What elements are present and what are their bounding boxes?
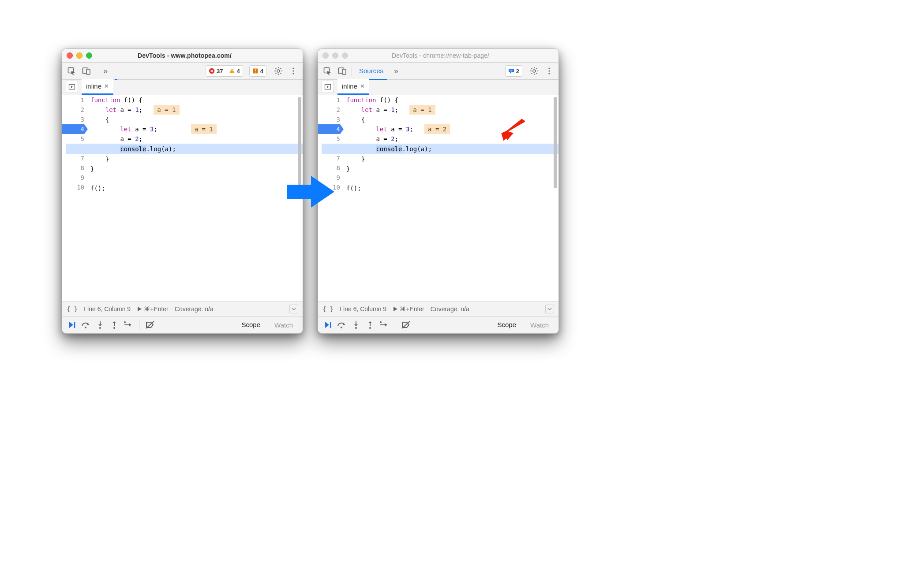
minimize-window-icon[interactable] bbox=[332, 52, 338, 59]
scope-tab[interactable]: Scope bbox=[236, 316, 266, 334]
code-line[interactable]: console.log(a); bbox=[66, 144, 303, 154]
run-snippet[interactable]: ⌘+Enter bbox=[393, 305, 424, 313]
inspect-element-icon[interactable] bbox=[66, 65, 77, 77]
console-counters[interactable]: 37 4 bbox=[206, 65, 243, 77]
code-editor[interactable]: 12345678910 function f() { let a = 1; a … bbox=[318, 95, 558, 301]
code-line[interactable]: console.log(a); bbox=[322, 144, 558, 154]
traffic-lights[interactable] bbox=[322, 52, 348, 59]
line-number[interactable]: 8 bbox=[62, 163, 84, 173]
deactivate-breakpoints-icon[interactable] bbox=[401, 320, 411, 330]
svg-line-15 bbox=[280, 73, 281, 74]
code-line[interactable] bbox=[346, 174, 558, 183]
code-line[interactable]: } bbox=[346, 154, 558, 164]
traffic-lights[interactable] bbox=[67, 52, 92, 59]
kebab-menu-icon[interactable] bbox=[543, 65, 555, 77]
inspect-element-icon[interactable] bbox=[322, 65, 333, 77]
step-over-icon[interactable] bbox=[81, 320, 91, 330]
issues-count: 2 bbox=[516, 68, 519, 74]
line-number[interactable]: 8 bbox=[318, 163, 340, 173]
settings-icon[interactable] bbox=[273, 65, 284, 77]
line-number[interactable]: 7 bbox=[318, 153, 340, 163]
settings-icon[interactable] bbox=[528, 65, 540, 77]
code-line[interactable]: a = 2; bbox=[346, 134, 558, 144]
close-window-icon[interactable] bbox=[322, 52, 329, 59]
zoom-window-icon[interactable] bbox=[342, 52, 348, 59]
issues-chip[interactable]: 2 bbox=[505, 65, 522, 77]
resume-icon[interactable] bbox=[322, 320, 333, 330]
line-number[interactable]: 1 bbox=[62, 95, 84, 105]
navigator-toggle-icon[interactable] bbox=[322, 81, 334, 93]
line-gutter[interactable]: 12345678910 bbox=[62, 95, 88, 301]
code-line[interactable]: let a = 1; a = 1 bbox=[346, 105, 558, 115]
close-tab-icon[interactable]: ✕ bbox=[360, 83, 365, 89]
code-line[interactable]: function f() { bbox=[90, 95, 303, 105]
code-line[interactable]: f(); bbox=[90, 183, 303, 193]
line-number[interactable]: 7 bbox=[62, 153, 84, 163]
more-panels-icon[interactable]: » bbox=[100, 65, 111, 77]
errors-chip[interactable]: 37 bbox=[206, 65, 226, 77]
step-icon[interactable] bbox=[123, 320, 134, 330]
resume-icon[interactable] bbox=[67, 320, 77, 330]
line-number[interactable]: 9 bbox=[62, 173, 84, 182]
run-snippet[interactable]: ⌘+Enter bbox=[137, 305, 169, 313]
scope-tab[interactable]: Scope bbox=[492, 316, 522, 334]
line-number[interactable]: 3 bbox=[62, 115, 84, 124]
step-over-icon[interactable] bbox=[337, 320, 347, 330]
issues-chip[interactable]: 4 bbox=[249, 65, 266, 77]
cursor-position: Line 6, Column 9 bbox=[84, 305, 131, 313]
step-icon[interactable] bbox=[379, 320, 390, 330]
code-editor[interactable]: 12345678910 function f() { let a = 1; a … bbox=[62, 95, 303, 301]
expand-panel-icon[interactable] bbox=[289, 305, 298, 313]
code-line[interactable]: { bbox=[346, 115, 558, 124]
line-number[interactable]: 2 bbox=[318, 105, 340, 115]
line-number[interactable]: 10 bbox=[62, 182, 84, 192]
code-line[interactable]: } bbox=[90, 164, 303, 174]
more-panels-icon[interactable]: » bbox=[390, 65, 402, 77]
navigator-toggle-icon[interactable] bbox=[66, 81, 78, 93]
minimize-window-icon[interactable] bbox=[76, 52, 82, 59]
code-line[interactable] bbox=[90, 174, 303, 183]
device-mode-icon[interactable] bbox=[337, 65, 348, 77]
file-tab-inline[interactable]: inline ✕ bbox=[337, 79, 369, 95]
code-line[interactable]: let a = 1; a = 1 bbox=[90, 105, 303, 115]
line-number[interactable]: 4 bbox=[318, 124, 344, 134]
pretty-print-icon[interactable]: { } bbox=[322, 305, 334, 313]
code-line[interactable]: function f() { bbox=[346, 95, 558, 105]
deactivate-breakpoints-icon[interactable] bbox=[145, 320, 155, 330]
step-out-icon[interactable] bbox=[365, 320, 375, 330]
step-out-icon[interactable] bbox=[109, 320, 120, 330]
kebab-menu-icon[interactable] bbox=[288, 65, 299, 77]
watch-tab[interactable]: Watch bbox=[269, 317, 298, 333]
code-line[interactable]: } bbox=[346, 164, 558, 174]
zoom-window-icon[interactable] bbox=[86, 52, 92, 59]
svg-point-18 bbox=[292, 67, 294, 69]
code-content[interactable]: function f() { let a = 1; a = 1 { let a … bbox=[344, 95, 558, 301]
line-number[interactable]: 5 bbox=[318, 134, 340, 144]
code-line[interactable]: a = 2; bbox=[90, 134, 303, 144]
line-number[interactable]: 1 bbox=[318, 95, 340, 105]
line-number[interactable]: 2 bbox=[62, 105, 84, 115]
sources-tab[interactable]: Sources bbox=[356, 63, 387, 80]
line-number[interactable]: 5 bbox=[62, 134, 84, 144]
line-number[interactable]: 3 bbox=[318, 115, 340, 124]
warnings-chip[interactable]: 4 bbox=[226, 65, 243, 77]
watch-tab[interactable]: Watch bbox=[525, 317, 554, 333]
pretty-print-icon[interactable]: { } bbox=[67, 305, 78, 313]
file-tab-inline[interactable]: inline ✕ bbox=[82, 79, 113, 95]
code-line[interactable]: } bbox=[90, 154, 303, 164]
code-line[interactable]: { bbox=[90, 115, 303, 124]
scrollbar[interactable] bbox=[554, 97, 557, 300]
line-number[interactable]: 4 bbox=[62, 124, 88, 134]
device-mode-icon[interactable] bbox=[81, 65, 92, 77]
step-into-icon[interactable] bbox=[351, 320, 361, 330]
titlebar[interactable]: DevTools - www.photopea.com/ bbox=[62, 49, 303, 63]
close-window-icon[interactable] bbox=[67, 52, 73, 59]
expand-panel-icon[interactable] bbox=[545, 305, 554, 313]
close-tab-icon[interactable]: ✕ bbox=[104, 83, 109, 89]
titlebar[interactable]: DevTools - chrome://new-tab-page/ bbox=[318, 49, 558, 63]
code-line[interactable]: let a = 3; a = 1 bbox=[90, 124, 303, 134]
step-into-icon[interactable] bbox=[95, 320, 105, 330]
code-line[interactable]: let a = 3; a = 2 bbox=[346, 124, 558, 134]
code-content[interactable]: function f() { let a = 1; a = 1 { let a … bbox=[88, 95, 303, 301]
code-line[interactable]: f(); bbox=[346, 183, 558, 193]
